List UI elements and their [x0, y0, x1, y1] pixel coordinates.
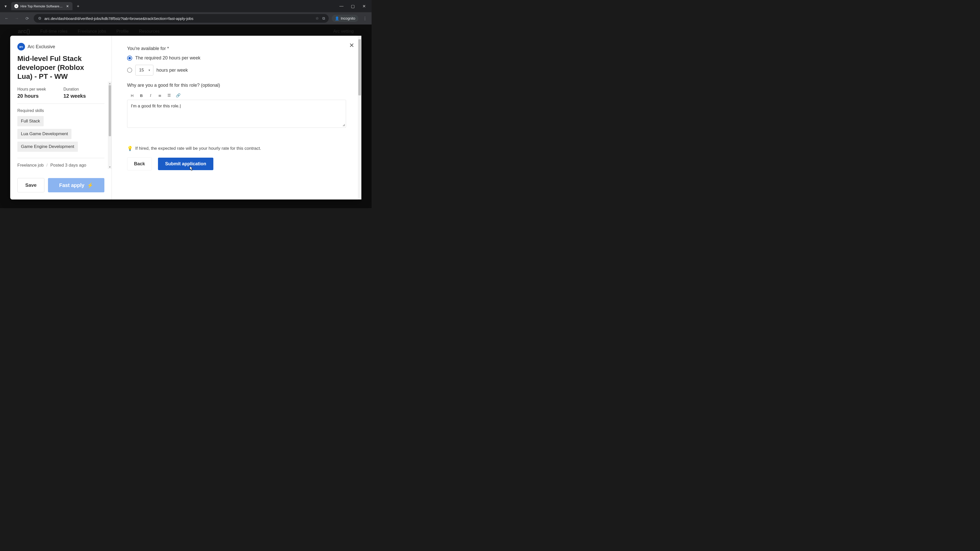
job-application-modal: arc Arc Exclusive Mid-level Ful Stack de… [10, 36, 361, 200]
skills-list: Full Stack Lua Game Development Game Eng… [18, 116, 104, 154]
save-button[interactable]: Save [18, 178, 45, 192]
close-modal-button[interactable]: ✕ [349, 42, 354, 49]
url-text: arc.dev/dashboard/d/verified-jobs/kdb78f… [45, 16, 313, 21]
bg-logo: arc() [18, 28, 30, 35]
maximize-button[interactable]: ▢ [349, 4, 356, 9]
hours-value: 20 hours [18, 93, 59, 99]
bullet-list-icon[interactable]: ≣ [157, 93, 162, 98]
scroll-thumb[interactable] [358, 39, 361, 95]
fast-apply-button[interactable]: Fast apply ⚡ [48, 178, 104, 192]
window-controls: — ▢ ✕ [338, 4, 369, 9]
fit-label: Why are you a good fit for this role? (o… [127, 83, 346, 88]
browser-menu-icon[interactable]: ⋮ [361, 15, 369, 22]
bg-nav-item: Full-time roles [40, 29, 68, 34]
rate-hint: If hired, the expected rate will be your… [135, 146, 261, 151]
scroll-up-icon[interactable]: ▲ [108, 82, 111, 85]
radio-custom-hours[interactable] [127, 68, 132, 73]
editor-toolbar: H B I ≣ ☰ 🔗 [127, 91, 346, 100]
minimize-button[interactable]: — [338, 4, 345, 9]
bookmark-icon[interactable]: ☆ [315, 16, 319, 21]
fit-textarea[interactable]: I'm a good fit for this role. ◢ [127, 100, 346, 128]
tab-title: Hire Top Remote Software Dev… [21, 4, 63, 8]
extensions-icon[interactable]: ⧉ [322, 16, 325, 21]
divider [18, 103, 104, 104]
right-panel-scrollbar[interactable] [358, 36, 361, 200]
heading-icon[interactable]: H [130, 94, 135, 98]
hours-select[interactable]: 15 [135, 65, 153, 76]
browser-toolbar: ← → ⟳ ⚙ arc.dev/dashboard/d/verified-job… [0, 12, 372, 24]
job-type: Freelance job [18, 163, 44, 168]
skill-chip: Full Stack [18, 116, 44, 126]
lightbulb-icon: 💡 [127, 146, 133, 151]
arc-logo-badge: arc [18, 43, 25, 51]
link-icon[interactable]: 🔗 [176, 93, 181, 98]
italic-icon[interactable]: I [148, 94, 153, 98]
bold-icon[interactable]: B [139, 94, 144, 98]
submit-application-button[interactable]: Submit application [158, 158, 213, 170]
numbered-list-icon[interactable]: ☰ [166, 93, 172, 98]
left-panel-scrollbar[interactable]: ▲ ▼ [108, 82, 111, 169]
exclusive-label: Arc Exclusive [27, 44, 55, 49]
resize-handle-icon[interactable]: ◢ [342, 123, 345, 127]
hours-label: Hours per week [18, 87, 59, 92]
bg-nav-right: Arc vetting [333, 29, 354, 34]
reload-button[interactable]: ⟳ [24, 15, 30, 22]
availability-label: You're available for * [127, 46, 346, 51]
radio-required-hours[interactable] [127, 56, 132, 61]
fast-apply-label: Fast apply [59, 183, 84, 188]
bg-nav-item: Profile [116, 29, 129, 34]
scroll-thumb[interactable] [109, 85, 111, 136]
browser-tab[interactable]: a Hire Top Remote Software Dev… ✕ [11, 2, 73, 10]
job-meta: Freelance job / Posted 3 days ago [18, 163, 104, 168]
divider [18, 158, 104, 158]
hours-suffix: hours per week [156, 68, 188, 73]
back-button[interactable]: Back [127, 157, 152, 170]
site-settings-icon[interactable]: ⚙ [37, 16, 42, 21]
scroll-down-icon[interactable]: ▼ [108, 165, 111, 169]
duration-value: 12 weeks [64, 93, 105, 99]
skill-chip: Lua Game Development [18, 129, 72, 139]
tab-strip: ▾ a Hire Top Remote Software Dev… ✕ ＋ — … [0, 0, 372, 12]
bg-nav-item: Resources [139, 29, 159, 34]
background-nav: arc() Full-time roles Freelance jobs Pro… [18, 28, 354, 35]
back-button[interactable]: ← [3, 15, 10, 22]
incognito-icon: 👤 [335, 16, 339, 21]
skill-chip: Game Engine Development [18, 141, 78, 152]
lightning-icon: ⚡ [87, 182, 94, 188]
application-form-panel: ✕ You're available for * The required 20… [112, 36, 361, 200]
duration-label: Duration [64, 87, 105, 92]
address-bar[interactable]: ⚙ arc.dev/dashboard/d/verified-jobs/kdb7… [34, 14, 329, 23]
forward-button: → [13, 15, 21, 22]
fit-text-value: I'm a good fit for this role. [131, 103, 181, 108]
posted-time: Posted 3 days ago [50, 163, 86, 168]
job-title: Mid-level Ful Stack developoer (Roblox L… [18, 54, 104, 81]
job-summary-panel: arc Arc Exclusive Mid-level Ful Stack de… [10, 36, 112, 200]
incognito-badge[interactable]: 👤 Incognito [332, 15, 358, 22]
favicon: a [14, 4, 18, 8]
omnibox-actions: ☆ ⧉ [315, 16, 325, 21]
tab-search-dropdown[interactable]: ▾ [2, 3, 9, 10]
bg-nav-item: Freelance jobs [78, 29, 106, 34]
hours-select-value: 15 [139, 68, 144, 73]
radio-required-label: The required 20 hours per week [135, 56, 200, 61]
close-tab-icon[interactable]: ✕ [65, 4, 69, 8]
incognito-label: Incognito [341, 16, 355, 21]
new-tab-button[interactable]: ＋ [75, 3, 82, 10]
skills-label: Required skills [18, 108, 104, 113]
close-window-button[interactable]: ✕ [360, 4, 368, 9]
